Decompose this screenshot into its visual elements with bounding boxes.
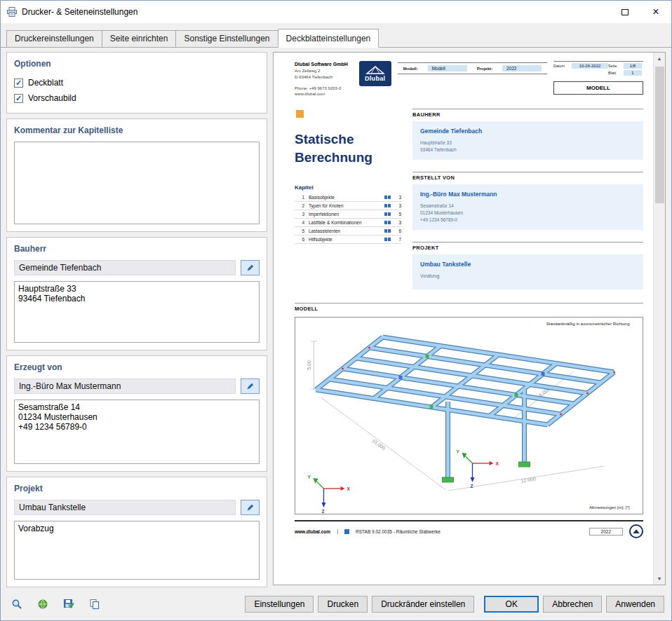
checkbox-vorschaubild[interactable]: ✓ Vorschaubild	[14, 90, 260, 106]
model-3d-drawing: Standardmäßig in axonometrischer Richtun…	[295, 318, 643, 514]
chapter-icon	[384, 229, 387, 233]
settings-button[interactable]: Einstellungen	[245, 596, 314, 613]
sheet-number: 1	[624, 70, 642, 76]
save-defaults-button[interactable]	[60, 596, 78, 613]
section-bauherr: BAUHERR Gemeinde Tiefenbach Hauptstraße …	[412, 109, 643, 160]
globe-icon	[37, 599, 48, 610]
close-button[interactable]: ×	[640, 1, 671, 23]
pencil-icon	[246, 503, 255, 512]
project-value: 2022	[502, 65, 542, 71]
date-value: 10-26-2022	[572, 63, 608, 69]
checkbox-icon[interactable]: ✓	[14, 94, 23, 103]
axis-z-label: Z	[322, 509, 325, 514]
model-figure: Standardmäßig in axonometrischer Richtun…	[295, 317, 643, 514]
chapter-icon	[384, 204, 387, 207]
page-number: 1/8	[624, 63, 642, 69]
page-footer: www.dlubal.com RSTAB 9.02.0035 - Räumlic…	[295, 520, 643, 538]
axes-triad: X Y Z	[308, 475, 351, 514]
tab-strip: Druckereinstellungen Seite einrichten So…	[1, 23, 671, 48]
model-annotation-bottom: Abmessungen [m], [°]	[589, 505, 630, 510]
erzeugt-von-edit-button[interactable]	[241, 378, 260, 394]
erzeugt-von-address-textarea[interactable]: Sesamstraße 14 01234 Musterhausen +49 12…	[14, 400, 260, 464]
projekt-title: Projekt	[14, 484, 260, 493]
chapter-icon	[384, 196, 387, 199]
ok-button[interactable]: OK	[484, 596, 539, 613]
chapter-row: 5Lastassistenten6	[295, 227, 401, 236]
chapter-icon	[384, 221, 387, 224]
scroll-up-button[interactable]: ▲	[654, 53, 666, 64]
axis-x-label: X	[347, 486, 351, 491]
options-title: Optionen	[14, 59, 260, 69]
section-projekt: PROJEKT Umbau Tankstelle Vorabzug	[412, 242, 643, 289]
window-title: Drucker- & Seiteneinstellungen	[22, 7, 610, 17]
close-icon: ×	[652, 6, 659, 18]
checkbox-icon[interactable]: ✓	[14, 79, 23, 88]
copy-button[interactable]	[86, 596, 104, 613]
erzeugt-von-title: Erzeugt von	[14, 362, 260, 372]
tab-deckblatteinstellungen[interactable]: Deckblatteinstellungen	[278, 29, 379, 48]
column-support	[519, 462, 530, 467]
tab-sonstige-einstellungen[interactable]: Sonstige Einstellungen	[175, 30, 278, 47]
chapter-row: 4Lastfälle & Kombinationen3	[295, 219, 401, 227]
apply-button[interactable]: Anwenden	[606, 596, 664, 613]
erzeugt-von-group: Erzeugt von Sesamstraße 14 01234 Musterh…	[6, 355, 267, 472]
company-block: Dlubal Software GmbH Am Zellweg 2 D-9346…	[295, 61, 353, 97]
scroll-thumb[interactable]	[655, 67, 664, 203]
projekt-edit-button[interactable]	[241, 500, 260, 515]
checkbox-deckblatt[interactable]: ✓ Deckblatt	[14, 75, 260, 90]
globe-button[interactable]	[34, 596, 52, 613]
maximize-button[interactable]	[610, 1, 640, 23]
printer-icon	[6, 6, 18, 18]
comment-textarea[interactable]	[14, 142, 260, 224]
model-value: Modell	[428, 65, 467, 71]
chapter-icon	[384, 238, 387, 241]
bauherr-name-input[interactable]	[14, 260, 236, 275]
header-model-project: Modell: Modell Projekt: 2022	[398, 62, 547, 74]
chapter-row: 2Typen für Knoten3	[295, 202, 401, 210]
projekt-group: Projekt Vorabzug	[6, 477, 267, 587]
check-icon: ✓	[15, 95, 22, 102]
accent-square	[296, 110, 304, 118]
beam-fills	[316, 337, 614, 479]
print-margins-button[interactable]: Druckränder einstellen	[372, 596, 474, 613]
dim-height: 5.00	[307, 360, 311, 370]
projekt-name-input[interactable]	[14, 500, 236, 515]
save-icon	[63, 599, 74, 610]
comment-title: Kommentar zur Kapitelliste	[14, 125, 260, 135]
options-group: Optionen ✓ Deckblatt ✓ Vorschaubild	[6, 52, 267, 114]
comment-group: Kommentar zur Kapitelliste	[6, 118, 267, 232]
model-section: MODELL Standardmäßig in axonometrischer …	[295, 303, 643, 514]
page-header: Dlubal Software GmbH Am Zellweg 2 D-9346…	[295, 58, 643, 97]
dlubal-logo: Dlubal	[359, 61, 391, 86]
dialog-footer: Einstellungen Drucken Druckränder einste…	[1, 588, 671, 620]
bauherr-edit-button[interactable]	[241, 260, 260, 275]
tab-druckereinstellungen[interactable]: Druckereinstellungen	[6, 30, 102, 47]
tab-seite-einrichten[interactable]: Seite einrichten	[102, 30, 177, 47]
magnifier-icon	[11, 599, 22, 610]
chapter-list: Kapitel 1Basisobjekte3 2Typen für Knoten…	[295, 184, 405, 244]
scroll-down-button[interactable]: ▼	[654, 573, 666, 585]
settings-panel: Optionen ✓ Deckblatt ✓ Vorschaubild Komm…	[6, 52, 267, 585]
bauherr-address-textarea[interactable]: Hauptstraße 33 93464 Tiefenbach	[14, 281, 260, 343]
pencil-icon	[246, 382, 255, 390]
header-meta: Datum 10-26-2022 Seite 1/8 Blatt 1 MODEL…	[553, 61, 643, 95]
column-support	[443, 477, 454, 482]
titlebar: Drucker- & Seiteneinstellungen ×	[1, 1, 671, 23]
model-annotation-top: Standardmäßig in axonometrischer Richtun…	[546, 322, 630, 326]
dlubal-round-logo	[629, 524, 643, 538]
maximize-icon	[621, 9, 629, 15]
cancel-button[interactable]: Abbrechen	[543, 596, 602, 613]
zoom-button[interactable]	[8, 596, 26, 613]
rstab-icon	[344, 529, 349, 534]
chapter-row: 1Basisobjekte3	[295, 193, 401, 202]
page-body: Statische Berechnung Kapitel 1Basisobjek…	[295, 109, 643, 301]
axis-y-label: Y	[308, 475, 311, 479]
dim-length: 15.000	[371, 438, 387, 451]
projekt-note-textarea[interactable]: Vorabzug	[14, 521, 260, 580]
preview-scrollbar[interactable]: ▲ ▼	[653, 53, 665, 585]
print-page-settings-dialog: Drucker- & Seiteneinstellungen × Drucker…	[0, 0, 672, 621]
erzeugt-von-name-input[interactable]	[14, 378, 236, 394]
print-button[interactable]: Drucken	[318, 596, 368, 613]
doc-type-box: MODELL	[553, 81, 643, 95]
chapter-row: 6Hilfsobjekte7	[295, 236, 401, 244]
